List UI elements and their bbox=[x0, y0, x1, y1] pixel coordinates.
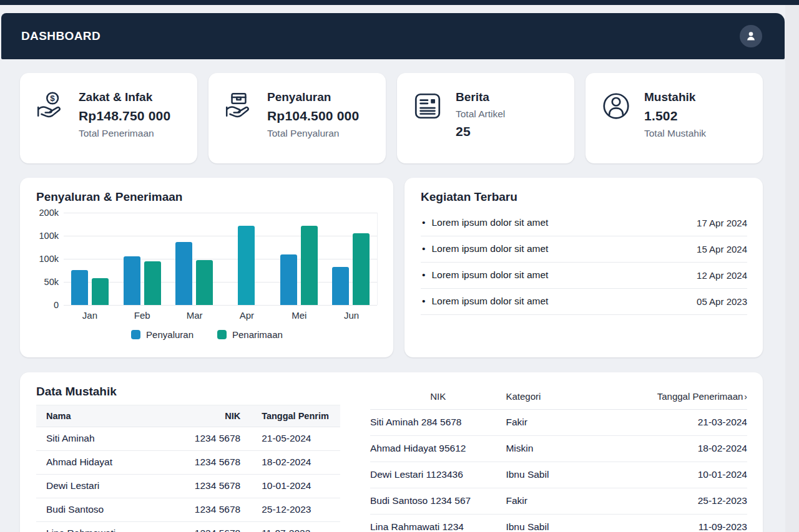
bar-penyaluran-mar[interactable] bbox=[175, 242, 192, 305]
legend-swatch-icon bbox=[217, 330, 227, 339]
cell-nama: Siti Aminah bbox=[36, 427, 164, 451]
stat-card-berita[interactable]: Berita 25 Total Artikel bbox=[397, 73, 574, 163]
bar-penyaluran-mei[interactable] bbox=[280, 254, 297, 305]
hand-coin-icon: $ bbox=[35, 85, 66, 163]
cell-tanggal: 11-07-2023 bbox=[243, 522, 340, 532]
activity-item[interactable]: •Lorem ipsum dolor sit amet 12 Apr 2024 bbox=[421, 263, 747, 289]
activity-list: •Lorem ipsum dolor sit amet 17 Apr 2024 … bbox=[421, 210, 747, 315]
bar-penarimaan-mei[interactable] bbox=[301, 226, 318, 305]
user-avatar-button[interactable] bbox=[740, 25, 762, 47]
user-avatar-icon bbox=[744, 29, 758, 43]
x-tick-label: Apr bbox=[220, 310, 273, 321]
mustahik-table-block: Data Mustahik Nama NIK Tanggal Penrim Si… bbox=[36, 385, 340, 532]
bar-penyaluran-feb[interactable] bbox=[124, 256, 140, 305]
table-row[interactable]: Lina Rahmawati 1234 5678 11-07-2023 bbox=[36, 522, 340, 532]
cell-tanggal: 18-02-2024 bbox=[634, 436, 747, 462]
stat-card-penyaluran[interactable]: Penyaluran Rp104.500 000 Total Penyalura… bbox=[208, 73, 386, 163]
stat-card-mustahik[interactable]: Mustahik 1.502 Total Mustahik bbox=[586, 73, 763, 163]
cell-nik: 1234 5678 bbox=[164, 522, 243, 532]
cell-nama-nik: Dewi Lestari 1123436 bbox=[370, 462, 506, 488]
activity-date: 17 Apr 2024 bbox=[697, 218, 747, 228]
bar-penarimaan-jun[interactable] bbox=[353, 233, 370, 305]
table-row[interactable]: Dewi Lestari 1234 5678 10-01-2024 bbox=[36, 475, 340, 498]
legend-item-penyaluran[interactable]: Penyaluran bbox=[131, 329, 194, 340]
bar-penarimaan-feb[interactable] bbox=[144, 261, 161, 305]
cell-kategori: Fakir bbox=[506, 410, 634, 436]
bar-group-jan bbox=[64, 270, 116, 305]
scroll-gutter[interactable] bbox=[785, 5, 799, 532]
bullet-icon: • bbox=[422, 217, 425, 228]
activity-date: 15 Apr 2024 bbox=[697, 244, 747, 254]
cell-nik: 1234 5678 bbox=[164, 475, 243, 498]
cell-nama-nik: Lina Rahmawati 1234 bbox=[370, 515, 506, 532]
col-header-nama[interactable]: Nama bbox=[36, 405, 164, 427]
cell-kategori: Ibnu Sabil bbox=[506, 462, 634, 488]
gridline bbox=[64, 213, 377, 213]
person-circle-icon bbox=[600, 85, 632, 163]
table-row[interactable]: Budi Santoso 1234 567 Fakir 25-12-2023 bbox=[370, 488, 747, 515]
cell-nik: 1234 5678 bbox=[164, 498, 243, 522]
cell-tanggal: 21-03-2024 bbox=[634, 410, 747, 436]
gridline bbox=[64, 305, 377, 306]
kegiatan-card: Kegiatan Terbaru •Lorem ipsum dolor sit … bbox=[404, 178, 763, 357]
activity-text: •Lorem ipsum dolor sit amet bbox=[422, 217, 548, 228]
stat-title: Zakat & Infak bbox=[79, 90, 170, 104]
stat-cards-row: $ Zakat & Infak Rp148.750 000 Total Pene… bbox=[20, 73, 763, 163]
cell-nik: 1234 5678 bbox=[164, 427, 243, 451]
y-tick-label: 50k bbox=[44, 277, 59, 287]
page-title: DASHBOARD bbox=[21, 29, 100, 43]
activity-item[interactable]: •Lorem ipsum dolor sit amet 05 Apr 2023 bbox=[421, 289, 747, 315]
bar-penarimaan-mar[interactable] bbox=[196, 260, 213, 305]
bar-apr[interactable] bbox=[238, 226, 255, 305]
stat-subtitle: Total Artikel bbox=[456, 109, 505, 120]
table-header-row: Nama NIK Tanggal Penrim bbox=[36, 405, 340, 427]
stat-subtitle: Total Penerimaan bbox=[79, 128, 170, 139]
bullet-icon: • bbox=[422, 296, 425, 306]
col-header-tanggal-penerimaan[interactable]: Tanggal Penerimaan› bbox=[634, 386, 747, 410]
cell-tanggal: 10-01-2024 bbox=[243, 475, 340, 498]
col-header-nik[interactable]: NIK bbox=[164, 405, 243, 427]
chart-y-axis: 200k100k100k50k0 bbox=[36, 213, 64, 305]
chart-legend: PenyaluranPenarimaan bbox=[36, 329, 378, 340]
penerimaan-table-block: NIK Kategori Tanggal Penerimaan› Siti Am… bbox=[370, 386, 747, 532]
x-tick-label: Mei bbox=[273, 310, 325, 321]
table-row[interactable]: Lina Rahmawati 1234 Ibnu Sabil 11-09-202… bbox=[370, 515, 747, 532]
cell-kategori: Fakir bbox=[506, 488, 634, 515]
y-tick-label: 100k bbox=[39, 254, 59, 264]
table-row[interactable]: Ahmad Hidayat 95612 Miskin 18-02-2024 bbox=[370, 436, 747, 462]
col-header-tanggal[interactable]: Tanggal Penrim bbox=[243, 405, 340, 427]
x-tick-label: Jun bbox=[325, 310, 378, 321]
x-tick-label: Mar bbox=[169, 310, 221, 321]
chart-title: Penyaluran & Penerimaan bbox=[36, 190, 378, 204]
svg-text:$: $ bbox=[50, 94, 55, 103]
window-top-strip bbox=[0, 0, 799, 5]
stat-title: Mustahik bbox=[644, 90, 706, 104]
table-row[interactable]: Budi Santoso 1234 5678 25-12-2023 bbox=[36, 498, 340, 522]
legend-label: Penarimaan bbox=[232, 329, 283, 340]
bar-penyaluran-jun[interactable] bbox=[332, 267, 349, 305]
cell-tanggal: 10-01-2024 bbox=[634, 462, 747, 488]
col-header-nik[interactable]: NIK bbox=[370, 386, 506, 410]
bar-group-mei bbox=[273, 226, 325, 305]
legend-label: Penyaluran bbox=[146, 329, 194, 340]
middle-row: Penyaluran & Penerimaan 200k100k100k50k0… bbox=[20, 178, 763, 357]
cell-kategori: Miskin bbox=[506, 436, 634, 462]
table-row[interactable]: Dewi Lestari 1123436 Ibnu Sabil 10-01-20… bbox=[370, 462, 747, 488]
table-row[interactable]: Siti Aminah 1234 5678 21-05-2024 bbox=[36, 427, 340, 451]
table-header-row: NIK Kategori Tanggal Penerimaan› bbox=[370, 386, 747, 410]
cell-nama-nik: Siti Aminah 284 5678 bbox=[370, 410, 506, 436]
table-row[interactable]: Ahmad Hidayat 1234 5678 18-02-2024 bbox=[36, 451, 340, 475]
legend-item-penarimaan[interactable]: Penarimaan bbox=[217, 329, 283, 340]
mustahik-table-title: Data Mustahik bbox=[36, 385, 340, 399]
col-header-kategori[interactable]: Kategori bbox=[506, 386, 634, 410]
stat-card-zakat[interactable]: $ Zakat & Infak Rp148.750 000 Total Pene… bbox=[20, 73, 197, 163]
bar-penyaluran-jan[interactable] bbox=[71, 270, 88, 305]
penerimaan-table: NIK Kategori Tanggal Penerimaan› Siti Am… bbox=[370, 386, 747, 532]
chart-card: Penyaluran & Penerimaan 200k100k100k50k0… bbox=[20, 178, 393, 357]
table-row[interactable]: Siti Aminah 284 5678 Fakir 21-03-2024 bbox=[370, 410, 747, 436]
data-mustahik-card: Data Mustahik Nama NIK Tanggal Penrim Si… bbox=[20, 372, 763, 532]
bar-penarimaan-jan[interactable] bbox=[92, 278, 109, 305]
activity-item[interactable]: •Lorem ipsum dolor sit amet 15 Apr 2024 bbox=[421, 236, 747, 263]
activity-item[interactable]: •Lorem ipsum dolor sit amet 17 Apr 2024 bbox=[421, 210, 747, 236]
chart-x-axis: JanFebMarAprMeiJun bbox=[64, 310, 378, 321]
